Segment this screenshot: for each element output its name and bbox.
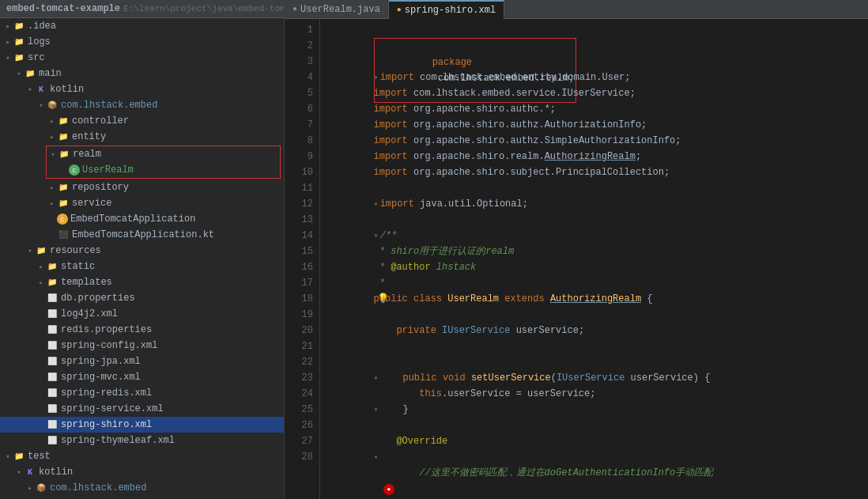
folder-icon: 📁 <box>57 181 70 194</box>
sidebar-item-static[interactable]: 📁 static <box>0 259 284 274</box>
code-line-5: import org.apache.shiro.authc.*; <box>328 85 868 101</box>
folder-icon: 📁 <box>24 67 36 80</box>
folder-icon: 📁 <box>58 148 70 161</box>
logs-label: logs <box>28 36 51 47</box>
sidebar-item-spring-shiro[interactable]: ⬜ spring-shiro.xml <box>0 417 284 433</box>
sidebar-item-userrealm[interactable]: C UserRealm <box>47 162 280 178</box>
kotlin-icon: K <box>35 83 47 96</box>
ln-19: 19 <box>285 307 313 323</box>
code-content: package com.lhstack.embed.realm; ▾import… <box>320 19 868 499</box>
sidebar-item-src[interactable]: 📁 src <box>0 50 284 66</box>
spring-shiro-label: spring-shiro.xml <box>61 419 152 430</box>
code-line-1: package com.lhstack.embed.realm; <box>328 22 868 38</box>
sidebar-item-repository[interactable]: 📁 repository <box>0 180 284 195</box>
ln-27: 27 <box>285 433 313 449</box>
code-line-10 <box>328 164 868 180</box>
ln-12: 12 <box>285 196 313 212</box>
sidebar-item-logs[interactable]: 📁 logs <box>0 34 284 50</box>
sidebar-item-spring-config[interactable]: ⬜ spring-config.xml <box>0 338 284 353</box>
arrow-test <box>3 452 13 461</box>
sidebar-item-spring-thymeleaf[interactable]: ⬜ spring-thymeleaf.xml <box>0 433 284 448</box>
tab-spring-shiro[interactable]: ● spring-shiro.xml <box>389 0 504 19</box>
sidebar-item-redis-props[interactable]: ⬜ redis.properties <box>0 322 284 338</box>
ln-4: 4 <box>285 70 313 85</box>
sidebar-item-controller[interactable]: 📁 controller <box>0 113 284 129</box>
code-line-18 <box>328 291 868 307</box>
code-area: 1 2 3 4 5 6 7 8 9 10 11 12 13 14 15 16 1… <box>285 19 868 499</box>
xml-icon6: ⬜ <box>46 403 58 415</box>
tab-userrealm-label: UserRealm.java <box>300 4 380 15</box>
arrow-src <box>3 54 13 62</box>
kotlin-class-icon2: C <box>57 214 68 225</box>
code-line-11: ▾import java.util.Optional; <box>328 180 868 196</box>
sidebar-item-resources[interactable]: 📁 resources <box>0 243 284 259</box>
sidebar-item-main[interactable]: 📁 main <box>0 66 284 81</box>
arrow-kotlin <box>25 85 35 94</box>
sidebar-item-idea[interactable]: 📁 .idea <box>0 18 284 34</box>
ln-18: 18 <box>285 291 313 307</box>
arrow-static <box>36 263 46 271</box>
sidebar-item-spring-service[interactable]: ⬜ spring-service.xml <box>0 401 284 417</box>
package-label: com.lhstack.embed <box>61 100 157 111</box>
editor-tabs[interactable]: ● UserRealm.java ● spring-shiro.xml <box>285 0 868 19</box>
static-label: static <box>61 261 95 272</box>
ln-16: 16 <box>285 259 313 275</box>
sidebar-item-test-package[interactable]: 📦 com.lhstack.embed <box>0 480 284 496</box>
package-icon2: 📦 <box>35 482 47 494</box>
spring-config-label: spring-config.xml <box>61 340 157 351</box>
arrow-templates <box>36 278 46 287</box>
ln-26: 26 <box>285 418 313 433</box>
ln-3: 3 <box>285 54 313 70</box>
file-tree[interactable]: embed-tomcat-example E:\learn\project\ja… <box>0 0 285 499</box>
code-line-9: import org.apache.shiro.subject.Principa… <box>328 149 868 164</box>
tab-userrealm[interactable]: ● UserRealm.java <box>285 0 389 19</box>
sidebar-item-spring-mvc[interactable]: ⬜ spring-mvc.xml <box>0 369 284 385</box>
kotlin-icon2: K <box>24 466 36 478</box>
folder-icon: 📁 <box>46 260 58 273</box>
ln-22: 22 <box>285 354 313 370</box>
code-line-23: this.userService = userService; <box>328 370 868 386</box>
code-line-12 <box>328 196 868 212</box>
sidebar-item-embedapp[interactable]: C EmbedTomcatApplication <box>0 211 284 227</box>
ln-13: 13 <box>285 212 313 228</box>
xml-icon5: ⬜ <box>46 387 58 399</box>
sidebar-item-service[interactable]: 📁 service <box>0 195 284 211</box>
arrow-controller <box>47 117 57 126</box>
sidebar-item-test-kotlin[interactable]: K kotlin <box>0 464 284 480</box>
sidebar-item-spring-redis[interactable]: ⬜ spring-redis.xml <box>0 385 284 401</box>
controller-label: controller <box>72 115 129 127</box>
folder-icon: 📁 <box>57 115 70 127</box>
arrow-idea <box>3 22 13 31</box>
folder-icon: 📁 <box>35 244 47 257</box>
kotlin-label: kotlin <box>50 84 84 95</box>
arrow-realm <box>48 150 58 159</box>
sidebar-item-log4j2[interactable]: ⬜ log4j2.xml <box>0 306 284 322</box>
line-numbers: 1 2 3 4 5 6 7 8 9 10 11 12 13 14 15 16 1… <box>285 19 320 499</box>
entity-label: entity <box>72 131 106 142</box>
spring-service-label: spring-service.xml <box>61 403 164 414</box>
main-label: main <box>39 68 62 79</box>
sidebar-item-realm[interactable]: 📁 realm <box>47 146 280 162</box>
sidebar-item-test[interactable]: 📁 test <box>0 448 284 464</box>
userrealm-label: UserRealm <box>82 164 134 176</box>
embedapp-label: EmbedTomcatApplication <box>70 214 195 225</box>
ln-28: 28 <box>285 449 313 465</box>
embedappkt-label: EmbedTomcatApplication.kt <box>72 229 214 240</box>
test-label: test <box>28 451 51 462</box>
arrow-test-package <box>25 484 35 493</box>
sidebar-item-kotlin[interactable]: K kotlin <box>0 81 284 97</box>
sidebar-item-spring-jpa[interactable]: ⬜ spring-jpa.xml <box>0 353 284 369</box>
repository-label: repository <box>72 182 129 193</box>
ln-8: 8 <box>285 133 313 149</box>
code-line-2 <box>328 38 868 54</box>
xml-icon: ⬜ <box>46 308 58 320</box>
test-kotlin-label: kotlin <box>39 467 73 478</box>
sidebar-item-db-props[interactable]: ⬜ db.properties <box>0 290 284 306</box>
sidebar-item-package[interactable]: 📦 com.lhstack.embed <box>0 97 284 113</box>
sidebar-item-entity[interactable]: 📁 entity <box>0 129 284 145</box>
sidebar-item-templates[interactable]: 📁 templates <box>0 274 284 290</box>
sidebar-item-embedappkt[interactable]: ⬛ EmbedTomcatApplication.kt <box>0 227 284 243</box>
ln-25: 25 <box>285 402 313 418</box>
kotlin-class-icon: C <box>69 164 80 176</box>
ln-17: 17 <box>285 275 313 291</box>
